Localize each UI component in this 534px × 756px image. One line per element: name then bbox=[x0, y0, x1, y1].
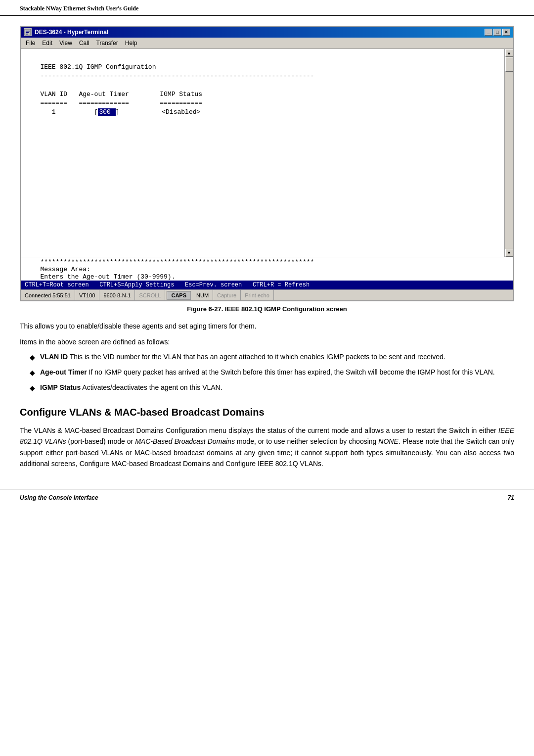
footer-left: Using the Console Interface bbox=[20, 494, 98, 501]
menu-call[interactable]: Call bbox=[76, 39, 92, 47]
bullet-text-2: Age-out Timer If no IGMP query packet ha… bbox=[40, 368, 495, 377]
bullet-list: ◆ VLAN ID This is the VID number for the… bbox=[30, 353, 514, 392]
section-heading: Configure VLANs & MAC-based Broadcast Do… bbox=[20, 407, 514, 418]
page-footer: Using the Console Interface 71 bbox=[0, 489, 534, 506]
bullet-term-3: IGMP Status bbox=[40, 383, 81, 391]
bullet-text-3: IGMP Status Activates/deactivates the ag… bbox=[40, 383, 222, 392]
menu-file[interactable]: File bbox=[23, 39, 38, 47]
bullet-term-2: Age-out Timer bbox=[40, 368, 87, 376]
scrollbar-up-button[interactable]: ▲ bbox=[505, 49, 513, 57]
bullet-diamond-2: ◆ bbox=[30, 369, 35, 377]
command-bar: CTRL+T=Root screen CTRL+S=Apply Settings… bbox=[21, 281, 513, 289]
status-caps: CAPS bbox=[167, 291, 191, 300]
window-title: DES-3624 - HyperTerminal bbox=[35, 29, 108, 36]
status-num: NUM bbox=[192, 290, 213, 300]
figure-caption: Figure 6-27. IEEE 802.1Q IGMP Configurat… bbox=[20, 305, 514, 313]
status-connected: Connected 5:55:51 bbox=[21, 290, 75, 300]
menu-help[interactable]: Help bbox=[122, 39, 140, 47]
status-terminal: VT100 bbox=[75, 290, 99, 300]
svg-rect-2 bbox=[26, 32, 29, 33]
terminal-screen[interactable]: IEEE 802.1Q IGMP Configuration ---------… bbox=[21, 49, 504, 257]
titlebar-left: DES-3624 - HyperTerminal bbox=[24, 28, 108, 36]
header-title: Stackable NWay Ethernet Switch User's Gu… bbox=[20, 5, 138, 12]
minimize-button[interactable]: _ bbox=[485, 29, 492, 36]
menu-transfer[interactable]: Transfer bbox=[93, 39, 121, 47]
scrollbar-down-button[interactable]: ▼ bbox=[505, 249, 513, 257]
scrollbar-thumb[interactable] bbox=[505, 57, 513, 72]
menu-view[interactable]: View bbox=[56, 39, 75, 47]
scrollbar-track[interactable] bbox=[505, 57, 513, 249]
list-item: ◆ VLAN ID This is the VID number for the… bbox=[30, 353, 514, 361]
vertical-scrollbar[interactable]: ▲ ▼ bbox=[504, 49, 513, 257]
bullet-term-1: VLAN ID bbox=[40, 353, 68, 361]
hyperterminal-window: DES-3624 - HyperTerminal _ □ ✕ File Edit… bbox=[20, 26, 514, 301]
body-paragraph-1: This allows you to enable/disable these … bbox=[20, 321, 514, 331]
svg-rect-3 bbox=[26, 34, 28, 35]
app-icon bbox=[24, 28, 32, 36]
maximize-button[interactable]: □ bbox=[493, 29, 501, 36]
status-capture: Capture bbox=[213, 290, 241, 300]
svg-rect-1 bbox=[26, 31, 30, 32]
message-area: ****************************************… bbox=[21, 257, 513, 281]
window-controls[interactable]: _ □ ✕ bbox=[485, 29, 510, 36]
close-button[interactable]: ✕ bbox=[502, 29, 510, 36]
list-item: ◆ IGMP Status Activates/deactivates the … bbox=[30, 383, 514, 392]
menu-edit[interactable]: Edit bbox=[39, 39, 55, 47]
footer-right: 71 bbox=[508, 494, 514, 501]
body-paragraph-2: Items in the above screen are defined as… bbox=[20, 336, 514, 347]
section-body: The VLANs & MAC-based Broadcast Domains … bbox=[20, 425, 514, 470]
status-speed: 9600 8-N-1 bbox=[99, 290, 135, 300]
list-item: ◆ Age-out Timer If no IGMP query packet … bbox=[30, 368, 514, 377]
status-scroll: SCROLL bbox=[135, 290, 165, 300]
page-header: Stackable NWay Ethernet Switch User's Gu… bbox=[0, 0, 534, 16]
titlebar: DES-3624 - HyperTerminal _ □ ✕ bbox=[21, 27, 513, 38]
statusbar: Connected 5:55:51 VT100 9600 8-N-1 SCROL… bbox=[21, 289, 513, 300]
age-out-timer-input[interactable]: 300 bbox=[98, 108, 115, 116]
bullet-diamond-1: ◆ bbox=[30, 353, 35, 361]
terminal-area: IEEE 802.1Q IGMP Configuration ---------… bbox=[21, 49, 513, 257]
bullet-diamond-3: ◆ bbox=[30, 384, 35, 392]
status-print-echo: Print echo bbox=[241, 290, 274, 300]
page-content: DES-3624 - HyperTerminal _ □ ✕ File Edit… bbox=[0, 26, 534, 469]
bullet-text-1: VLAN ID This is the VID number for the V… bbox=[40, 353, 445, 361]
menubar: File Edit View Call Transfer Help bbox=[21, 38, 513, 49]
